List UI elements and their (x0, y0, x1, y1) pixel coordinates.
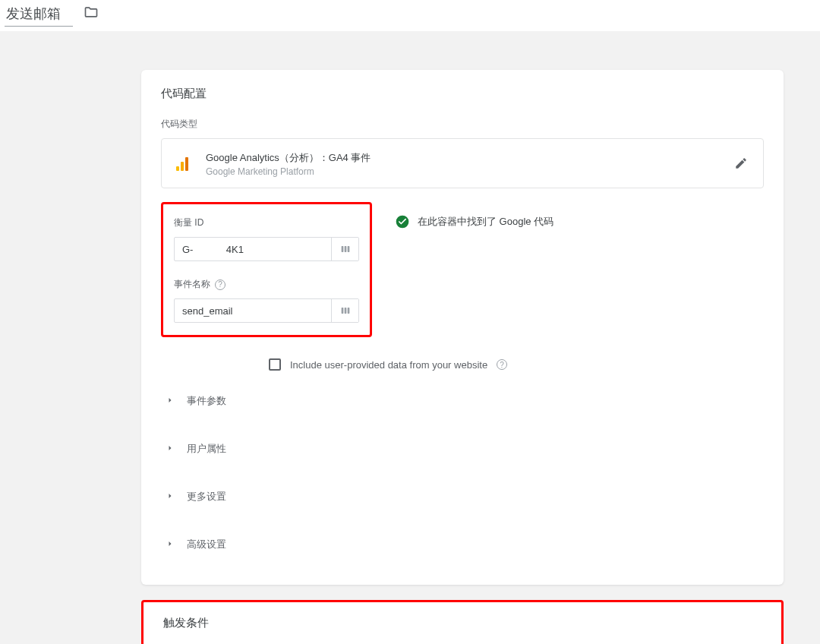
accordion-more-settings[interactable]: 更多设置 (161, 472, 764, 520)
card-title-code-config: 代码配置 (161, 87, 764, 101)
event-name-field[interactable] (174, 298, 359, 323)
check-circle-icon (395, 214, 410, 229)
chevron-right-icon (166, 396, 175, 407)
triggers-card: 触发条件 触发型触发器 点击邮箱 仅链接 (141, 600, 784, 644)
chevron-right-icon (166, 444, 175, 455)
variable-icon[interactable] (331, 299, 358, 322)
svg-rect-1 (181, 162, 184, 171)
svg-rect-7 (344, 308, 346, 314)
help-icon[interactable]: ? (497, 359, 507, 370)
measurement-id-field[interactable] (174, 237, 359, 261)
tag-name-input[interactable]: 发送邮箱 (5, 0, 73, 27)
tag-type-row[interactable]: Google Analytics（分析）：GA4 事件 Google Marke… (161, 138, 764, 188)
code-type-label: 代码类型 (161, 118, 764, 131)
svg-rect-0 (176, 166, 179, 171)
tag-type-subtitle: Google Marketing Platform (206, 166, 716, 177)
code-config-card: 代码配置 代码类型 Google Analytics（分析）：GA4 事件 Go… (141, 70, 784, 585)
google-tag-status: 在此容器中找到了 Google 代码 (392, 207, 563, 237)
edit-tag-type-button[interactable] (730, 152, 752, 177)
event-name-label: 事件名称 ? (174, 278, 359, 291)
svg-rect-2 (185, 157, 188, 171)
accordion-event-params[interactable]: 事件参数 (161, 377, 764, 425)
highlighted-config-box: 衡量 ID 事件名称 ? (161, 202, 372, 337)
svg-rect-4 (344, 246, 346, 252)
svg-rect-8 (347, 308, 349, 314)
variable-icon[interactable] (331, 238, 358, 260)
accordion-user-properties[interactable]: 用户属性 (161, 425, 764, 472)
measurement-id-input[interactable] (175, 241, 331, 258)
include-user-data-checkbox[interactable]: Include user-provided data from your web… (269, 358, 764, 371)
event-name-input[interactable] (175, 302, 331, 320)
svg-rect-3 (341, 246, 343, 252)
chevron-right-icon (166, 539, 175, 551)
help-icon[interactable]: ? (215, 279, 226, 290)
card-title-triggers: 触发条件 (163, 616, 762, 630)
svg-rect-6 (341, 308, 343, 314)
tag-type-title: Google Analytics（分析）：GA4 事件 (206, 151, 716, 165)
folder-icon[interactable] (84, 5, 99, 22)
chevron-right-icon (166, 491, 175, 503)
checkbox-icon[interactable] (269, 358, 281, 371)
svg-rect-5 (347, 246, 349, 252)
measurement-id-label: 衡量 ID (174, 216, 359, 229)
accordion-advanced-settings[interactable]: 高级设置 (161, 520, 764, 568)
analytics-icon (172, 154, 192, 174)
